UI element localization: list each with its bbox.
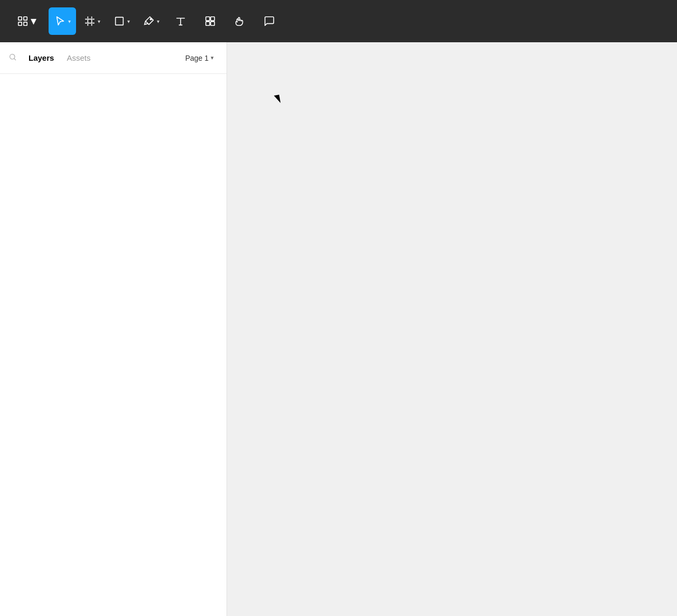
search-icon[interactable] [8,53,17,63]
pen-chevron: ▾ [157,18,159,24]
svg-rect-5 [115,17,123,25]
frame-icon [84,15,96,27]
comment-icon [264,15,275,27]
shape-icon [114,15,125,27]
pen-tool-button[interactable]: ▾ [137,7,165,35]
select-tool-button[interactable]: ▾ [49,7,76,35]
svg-rect-8 [211,17,214,21]
left-panel: Layers Assets Page 1 ▾ [0,42,227,616]
svg-rect-3 [23,22,26,25]
component-icon [204,15,216,27]
svg-rect-1 [23,17,26,20]
logo-chevron: ▾ [31,14,36,28]
logo-button[interactable]: ▾ [6,7,46,35]
text-icon [175,15,186,27]
pen-icon [143,15,155,27]
svg-rect-2 [18,22,21,25]
toolbar: ▾ ▾ ▾ ▾ ▾ [0,0,677,42]
svg-point-6 [150,18,152,20]
frame-tool-button[interactable]: ▾ [78,7,106,35]
page-chevron: ▾ [211,54,214,61]
layers-tab[interactable]: Layers [23,50,59,66]
shape-chevron: ▾ [127,18,130,24]
panel-header: Layers Assets Page 1 ▾ [0,42,227,74]
select-icon [54,15,66,27]
svg-rect-9 [206,22,210,25]
hand-icon [234,15,246,27]
svg-rect-7 [206,17,210,21]
cursor [274,95,281,104]
shape-tool-button[interactable]: ▾ [108,7,135,35]
layers-content [0,74,227,616]
svg-rect-10 [211,22,214,25]
logo-icon [17,15,29,27]
canvas-area[interactable] [227,42,677,616]
frame-chevron: ▾ [98,18,100,24]
select-chevron: ▾ [68,18,71,24]
hand-tool-button[interactable] [226,7,253,35]
page-selector[interactable]: Page 1 ▾ [181,52,218,64]
page-label: Page 1 [185,54,209,62]
svg-rect-0 [18,17,21,20]
comment-tool-button[interactable] [256,7,283,35]
main-layout: Layers Assets Page 1 ▾ [0,42,677,616]
svg-rect-4 [88,19,91,23]
component-tool-button[interactable] [196,7,224,35]
text-tool-button[interactable] [167,7,194,35]
assets-tab[interactable]: Assets [61,50,96,66]
